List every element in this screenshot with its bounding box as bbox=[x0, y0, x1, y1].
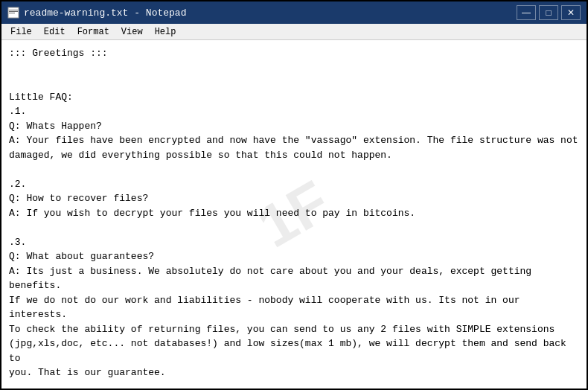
menu-edit[interactable]: Edit bbox=[38, 25, 71, 39]
svg-rect-2 bbox=[9, 11, 18, 12]
menu-format[interactable]: Format bbox=[71, 25, 115, 39]
menu-bar: File Edit Format View Help bbox=[1, 24, 587, 40]
window-title: readme-warning.txt - Notepad bbox=[24, 7, 186, 19]
menu-file[interactable]: File bbox=[4, 25, 38, 39]
menu-help[interactable]: Help bbox=[149, 25, 182, 39]
notepad-window: readme-warning.txt - Notepad — □ ✕ File … bbox=[0, 0, 588, 390]
window-icon bbox=[7, 7, 19, 19]
minimize-button[interactable]: — bbox=[517, 5, 536, 20]
title-bar: readme-warning.txt - Notepad — □ ✕ bbox=[1, 1, 587, 24]
maximize-button[interactable]: □ bbox=[539, 5, 558, 20]
text-content-area[interactable]: 1F ::: Greetings ::: Little FAQ: .1. Q: … bbox=[1, 40, 587, 389]
svg-rect-1 bbox=[9, 10, 18, 10]
menu-view[interactable]: View bbox=[115, 25, 149, 39]
svg-rect-3 bbox=[9, 13, 15, 13]
document-text: ::: Greetings ::: Little FAQ: .1. Q: Wha… bbox=[9, 46, 579, 389]
title-bar-controls: — □ ✕ bbox=[517, 5, 581, 20]
title-bar-left: readme-warning.txt - Notepad bbox=[7, 7, 186, 19]
close-button[interactable]: ✕ bbox=[561, 5, 581, 20]
